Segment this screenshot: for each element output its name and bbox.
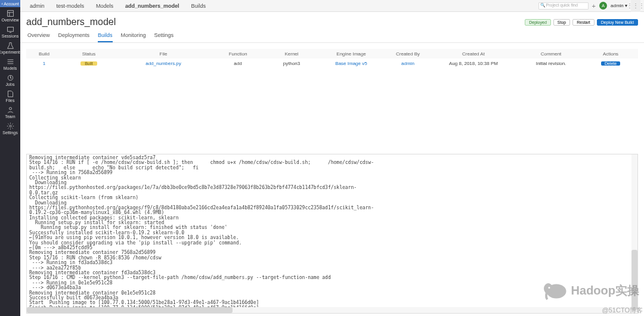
svg-point-7 [548, 287, 550, 289]
col-engine: Engine Image [318, 51, 384, 57]
tab-overview[interactable]: Overview [27, 32, 50, 42]
createdat-cell: Aug 8, 2018, 10:38 PM [432, 61, 515, 66]
sessions-icon [7, 26, 14, 33]
sidebar-item-settings[interactable]: Settings [0, 120, 20, 136]
actions-cell: Delete [587, 61, 634, 66]
sidebar-label: Jobs [6, 82, 15, 86]
svg-point-4 [9, 125, 11, 127]
sidebar-item-sessions[interactable]: Sessions [0, 23, 20, 39]
sidebar-item-team[interactable]: Team [0, 104, 20, 120]
sidebar-label: Team [5, 114, 15, 119]
crumb-model-name[interactable]: add_numbers_model [119, 3, 185, 9]
crumb-builds[interactable]: Builds [185, 3, 212, 9]
col-comment: Comment [515, 51, 587, 57]
comment-cell: Initial revision. [515, 61, 587, 66]
jobs-icon [7, 74, 14, 82]
status-cell: Built [62, 61, 116, 66]
files-icon [7, 90, 14, 98]
col-function: Function [211, 51, 265, 57]
models-icon [7, 58, 14, 66]
flask-icon [7, 42, 14, 49]
crumb-models[interactable]: Models [90, 3, 119, 9]
user-menu[interactable]: admin ▾ [611, 3, 627, 8]
avatar[interactable]: A [599, 2, 607, 10]
restart-button[interactable]: Restart [572, 19, 595, 26]
sidebar-item-files[interactable]: Files [0, 88, 20, 104]
file-link[interactable]: add_numbers.py [116, 61, 211, 66]
col-status: Status [62, 51, 116, 57]
tab-builds[interactable]: Builds [98, 32, 113, 42]
search-input[interactable]: Project quick find [538, 2, 589, 10]
stop-button[interactable]: Stop [553, 19, 570, 26]
tab-deployments[interactable]: Deployments [58, 32, 90, 42]
blog-tag: @51CTO博客 [602, 306, 643, 315]
tab-monitoring[interactable]: Monitoring [121, 32, 146, 42]
sidebar-label: Settings [2, 131, 17, 135]
tab-settings[interactable]: Settings [154, 32, 174, 42]
sidebar-item-models[interactable]: Models [0, 55, 20, 72]
sidebar-label: Files [6, 98, 15, 103]
svg-point-6 [544, 283, 553, 294]
delete-button[interactable]: Delete [601, 61, 620, 66]
col-createdat: Created At [432, 51, 515, 57]
sidebar-label: Sessions [2, 34, 18, 38]
page-title: add_numbers_model [26, 17, 116, 27]
svg-rect-1 [7, 27, 13, 31]
function-cell: add [211, 61, 265, 66]
builds-table: Build Status File Function Kernel Engine… [26, 49, 638, 68]
status-deployed: Deployed [525, 19, 551, 26]
status-badge: Built [80, 61, 97, 66]
apps-icon[interactable]: ⋮⋮⋮ [631, 0, 640, 12]
deploy-new-build-button[interactable]: Deploy New Build [597, 19, 638, 26]
topbar: admin test-models Models add_numbers_mod… [20, 0, 644, 12]
watermark-text: Hadoop实操 [571, 283, 639, 299]
new-button[interactable]: + [592, 2, 596, 10]
engine-cell[interactable]: Base Image v5 [318, 61, 384, 66]
createdby-cell[interactable]: admin [384, 61, 432, 66]
overview-icon [7, 10, 14, 17]
gear-icon [7, 122, 14, 130]
crumb-project[interactable]: test-models [51, 3, 91, 9]
crumb-admin[interactable]: admin [24, 3, 51, 9]
account-back[interactable]: ‹ Account [0, 0, 20, 7]
elephant-icon [540, 279, 569, 302]
col-file: File [116, 51, 211, 57]
svg-rect-0 [7, 11, 13, 17]
watermark: Hadoop实操 [540, 279, 639, 302]
sidebar-item-experiments[interactable]: Experiments [0, 39, 20, 55]
sidebar-label: Experiments [0, 50, 21, 54]
table-row[interactable]: 1 Built add_numbers.py add python3 Base … [26, 58, 638, 68]
kernel-cell: python3 [265, 61, 318, 66]
log-hscroll[interactable] [27, 307, 631, 313]
team-icon [7, 106, 14, 114]
col-actions: Actions [587, 51, 634, 57]
sidebar-item-jobs[interactable]: Jobs [0, 72, 20, 88]
sidebar-label: Overview [1, 18, 18, 22]
svg-point-3 [9, 107, 11, 110]
sidebar-label: Models [4, 66, 17, 70]
sidebar-item-overview[interactable]: Overview [0, 7, 20, 23]
build-number-link[interactable]: 1 [26, 61, 62, 66]
col-build: Build [26, 51, 62, 57]
col-createdby: Created By [384, 51, 432, 57]
subtabs: Overview Deployments Builds Monitoring S… [20, 27, 644, 43]
col-kernel: Kernel [265, 51, 318, 57]
